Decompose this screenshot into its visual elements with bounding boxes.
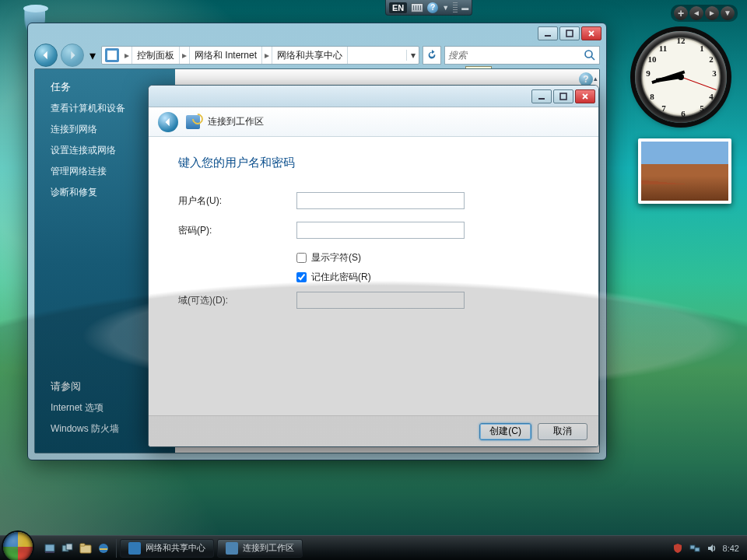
system-tray[interactable]: 8:42 xyxy=(664,542,747,555)
search-icon xyxy=(584,49,596,61)
domain-input[interactable] xyxy=(296,292,465,309)
quick-launch xyxy=(37,539,117,558)
grip-icon[interactable] xyxy=(453,2,458,13)
tray-network-icon[interactable] xyxy=(689,542,701,555)
show-desktop-icon[interactable] xyxy=(42,541,58,556)
svg-rect-10 xyxy=(80,544,85,546)
connect-workplace-dialog: 连接到工作区 键入您的用户名和密码 用户名(U): 密码(P): 显示字符(S)… xyxy=(148,85,599,447)
taskbar-item-network-center[interactable]: 网络和共享中心 xyxy=(120,539,214,558)
svg-rect-6 xyxy=(45,551,54,553)
nav-back-button[interactable] xyxy=(34,44,58,67)
password-input[interactable] xyxy=(296,222,465,239)
window-titlebar[interactable] xyxy=(28,23,606,44)
tray-clock[interactable]: 8:42 xyxy=(723,544,739,553)
search-input[interactable]: 搜索 xyxy=(444,46,600,65)
svg-rect-1 xyxy=(566,30,573,37)
next-icon[interactable]: ► xyxy=(705,6,719,20)
wizard-icon xyxy=(186,115,200,129)
dialog-maximize-button[interactable] xyxy=(553,89,573,103)
minimize-button[interactable] xyxy=(538,26,558,40)
svg-rect-3 xyxy=(538,98,545,100)
slideshow-gadget[interactable] xyxy=(638,138,731,204)
breadcrumb-item[interactable]: 网络和 Internet xyxy=(190,47,262,64)
username-input[interactable] xyxy=(296,192,465,209)
breadcrumb-item[interactable]: 控制面板 xyxy=(132,47,180,64)
second-hand xyxy=(681,77,716,90)
svg-rect-4 xyxy=(560,93,566,100)
search-placeholder: 搜索 xyxy=(448,49,584,62)
lang-code[interactable]: EN xyxy=(389,2,407,13)
sidebar-controls[interactable]: + ◄ ► ▼ xyxy=(671,5,738,22)
taskbar-item-label: 连接到工作区 xyxy=(243,542,294,554)
dialog-title: 连接到工作区 xyxy=(208,115,264,128)
address-dropdown-icon[interactable]: ▾ xyxy=(406,50,419,61)
dialog-heading: 键入您的用户名和密码 xyxy=(178,156,569,170)
wizard-back-button[interactable] xyxy=(158,112,178,132)
taskbar-item-label: 网络和共享中心 xyxy=(146,542,205,554)
switch-windows-icon[interactable] xyxy=(60,541,75,556)
svg-rect-8 xyxy=(66,544,72,550)
ql-ie-icon[interactable] xyxy=(96,541,111,556)
show-chars-label: 显示字符(S) xyxy=(311,251,361,264)
svg-rect-0 xyxy=(545,35,551,37)
password-label: 密码(P): xyxy=(178,224,296,237)
chevron-right-icon[interactable]: ▸ xyxy=(262,47,272,64)
chevron-right-icon[interactable]: ▸ xyxy=(180,47,190,64)
taskbar-item-connect-workplace[interactable]: 连接到工作区 xyxy=(217,539,303,558)
svg-rect-5 xyxy=(45,544,54,551)
create-button[interactable]: 创建(C) xyxy=(479,423,531,440)
nav-forward-button[interactable] xyxy=(61,44,84,67)
sidebar-menu-icon[interactable]: ▼ xyxy=(721,6,735,20)
svg-point-2 xyxy=(585,51,592,58)
cancel-button[interactable]: 取消 xyxy=(538,423,587,440)
chevron-right-icon[interactable]: ▸ xyxy=(122,47,132,64)
close-button[interactable] xyxy=(581,26,601,40)
app-icon xyxy=(226,542,238,555)
address-bar[interactable]: ▸ 控制面板 ▸ 网络和 Internet ▸ 网络和共享中心 ▾ xyxy=(101,46,419,65)
dialog-titlebar[interactable] xyxy=(149,86,598,107)
maximize-button[interactable] xyxy=(559,26,580,40)
remember-label: 记住此密码(R) xyxy=(311,271,371,284)
breadcrumb-item[interactable]: 网络和共享中心 xyxy=(272,47,348,64)
remember-checkbox[interactable] xyxy=(296,272,307,282)
tray-security-icon[interactable] xyxy=(672,542,684,555)
dialog-close-button[interactable] xyxy=(575,89,595,103)
show-chars-checkbox[interactable] xyxy=(296,253,307,263)
dialog-minimize-button[interactable] xyxy=(531,89,552,103)
taskbar[interactable]: 网络和共享中心 连接到工作区 8:42 xyxy=(0,535,747,560)
chevron-up-icon[interactable]: ▴ xyxy=(594,75,598,82)
refresh-button[interactable] xyxy=(423,46,441,65)
ql-explorer-icon[interactable] xyxy=(78,541,93,556)
keyboard-icon[interactable] xyxy=(411,3,423,12)
help-icon[interactable]: ? xyxy=(427,2,438,13)
clock-gadget[interactable]: 12 3 6 9 1 2 4 5 7 8 10 11 xyxy=(635,31,727,123)
control-panel-icon xyxy=(105,48,119,62)
nav-history-dropdown[interactable]: ▾ xyxy=(87,48,98,62)
minimize-langbar-icon[interactable]: ▬ xyxy=(461,4,468,12)
prev-icon[interactable]: ◄ xyxy=(689,6,703,20)
app-icon xyxy=(128,542,141,555)
svg-rect-13 xyxy=(695,548,700,551)
username-label: 用户名(U): xyxy=(178,194,296,208)
domain-label: 域(可选)(D): xyxy=(178,294,296,307)
add-gadget-icon[interactable]: + xyxy=(674,6,688,20)
dropdown-icon[interactable]: ▼ xyxy=(442,4,449,12)
tray-volume-icon[interactable] xyxy=(706,542,718,555)
start-button[interactable] xyxy=(3,532,33,561)
svg-rect-12 xyxy=(690,545,695,549)
language-bar[interactable]: EN ? ▼ ▬ xyxy=(385,0,472,16)
